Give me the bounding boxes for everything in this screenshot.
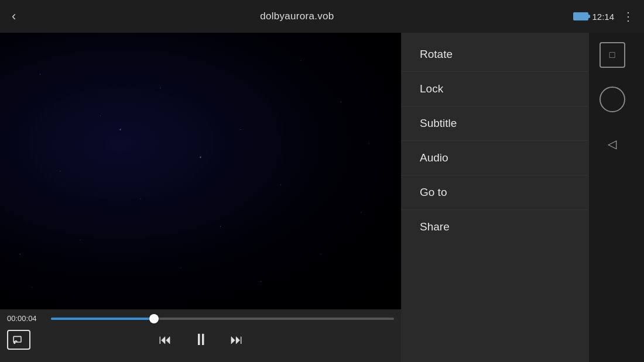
menu-item-goto[interactable]: Go to xyxy=(401,175,588,210)
file-title: dolbyaurora.vob xyxy=(20,11,573,22)
svg-point-1 xyxy=(13,342,15,344)
playback-controls: ⏮ ⏸ ⏭ xyxy=(7,326,394,353)
progress-thumb[interactable] xyxy=(149,314,159,323)
main-content: 00:00:04 ⏮ ⏸ ⏭ Ro xyxy=(0,33,644,362)
more-menu-button[interactable]: ⋮ xyxy=(620,5,637,28)
progress-bar[interactable] xyxy=(51,318,394,320)
menu-item-lock[interactable]: Lock xyxy=(401,72,588,106)
menu-item-subtitle[interactable]: Subtitle xyxy=(401,106,588,141)
menu-item-audio[interactable]: Audio xyxy=(401,141,588,175)
cast-button[interactable] xyxy=(7,330,30,350)
back-button[interactable]: ‹ xyxy=(7,4,20,29)
top-right-controls: 12:14 ⋮ xyxy=(573,5,637,28)
time-display: 12:14 xyxy=(592,12,614,22)
context-menu: Rotate Lock Subtitle Audio Go to Share xyxy=(401,33,588,362)
right-nav: □ ◁ xyxy=(588,33,635,362)
current-time: 00:00:04 xyxy=(7,314,45,323)
controls-bar: 00:00:04 ⏮ ⏸ ⏭ xyxy=(0,309,401,362)
battery-icon xyxy=(573,12,588,20)
skip-next-button[interactable]: ⏭ xyxy=(221,329,252,351)
battery-time-display: 12:14 xyxy=(573,12,614,22)
square-nav-button[interactable]: □ xyxy=(600,42,625,68)
back-nav-button[interactable]: ◁ xyxy=(600,131,625,157)
circle-nav-button[interactable] xyxy=(600,87,625,112)
video-area: 00:00:04 ⏮ ⏸ ⏭ xyxy=(0,33,401,362)
play-pause-button[interactable]: ⏸ xyxy=(181,326,221,353)
menu-item-share[interactable]: Share xyxy=(401,210,588,244)
back-triangle-icon: ◁ xyxy=(608,137,616,151)
square-icon: □ xyxy=(609,50,615,60)
skip-prev-button[interactable]: ⏮ xyxy=(149,329,181,351)
time-row: 00:00:04 xyxy=(7,314,394,323)
menu-item-rotate[interactable]: Rotate xyxy=(401,37,588,72)
starfield xyxy=(0,33,401,309)
progress-fill xyxy=(51,318,154,320)
cast-icon xyxy=(13,335,25,344)
video-player[interactable] xyxy=(0,33,401,309)
top-bar: ‹ dolbyaurora.vob 12:14 ⋮ xyxy=(0,0,644,33)
